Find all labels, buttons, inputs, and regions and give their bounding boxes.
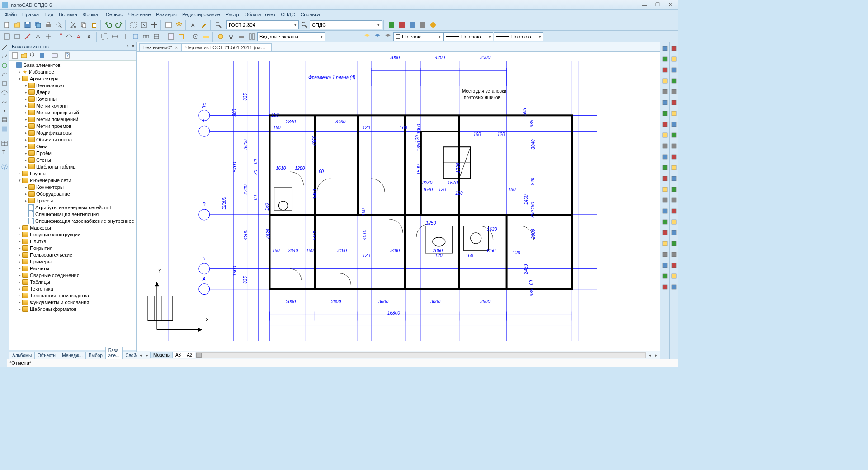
table-tool-icon[interactable] [0,139,9,147]
rtool-rv1-2-icon[interactable] [660,65,670,75]
vp-c-icon[interactable] [236,32,246,42]
tool-h-icon[interactable]: A [75,32,85,42]
magnifier-icon[interactable] [213,20,223,30]
rtool-rv2-4-icon[interactable] [669,87,679,97]
spds-btn5-icon[interactable] [428,20,438,30]
line-tool-icon[interactable] [0,43,9,52]
doc-tab-1[interactable]: Чертеж из ГОСТ 21.501-2011 (nanoCAD).dwg… [181,43,272,51]
hscroll-left-icon[interactable]: ◂ [646,353,653,357]
rtool-rv2-22-icon[interactable] [669,282,679,292]
tree-node[interactable]: ▸Объекты плана [9,136,136,143]
layer-a-icon[interactable] [362,32,372,42]
rtool-rv2-7-icon[interactable] [669,119,679,129]
panel-tab-3[interactable]: Выбор [85,352,106,359]
circle-tool-icon[interactable] [0,61,9,70]
point-tool-icon[interactable] [0,107,9,115]
rtool-rv1-12-icon[interactable] [660,174,670,183]
rtool-rv1-15-icon[interactable] [660,206,670,216]
vp-b-icon[interactable] [226,32,236,42]
undo-icon[interactable] [104,20,113,30]
rtool-rv1-3-icon[interactable] [660,76,670,86]
minimize-button[interactable]: — [638,1,651,9]
doc-tab-0[interactable]: Без имени0*× [139,43,182,51]
spds-btn4-icon[interactable] [418,20,428,30]
rtool-rv2-19-icon[interactable] [669,249,679,259]
rtool-rv2-9-icon[interactable] [669,141,679,151]
panel-tb-6-icon[interactable]: ? [63,52,71,60]
properties-icon[interactable] [164,20,174,30]
linetype-combo[interactable]: По слою [443,32,493,41]
tree-node[interactable]: ▸Расчеты [9,265,136,272]
rtool-rv1-16-icon[interactable] [660,217,670,227]
panel-tb-1-icon[interactable] [11,52,19,60]
model-tab-prev-icon[interactable]: ▸ [144,353,150,357]
tool-g-icon[interactable] [64,32,74,42]
tool-a-icon[interactable] [2,32,12,42]
close-tab-icon[interactable]: × [175,45,178,50]
tool-e-icon[interactable] [43,32,53,42]
zoom-window-icon[interactable] [128,20,138,30]
panel-close-icon[interactable]: × [126,43,129,48]
tool-d-icon[interactable] [33,32,43,42]
save-icon[interactable] [23,20,33,30]
vp-a-icon[interactable] [216,32,226,42]
tree-node[interactable]: ▸Трассы [9,197,136,204]
preview-icon[interactable] [54,20,64,30]
zoom-extents-icon[interactable] [139,20,149,30]
tree-node[interactable]: ▸Шаблоны таблиц [9,163,136,170]
spds-btn2-icon[interactable] [397,20,407,30]
tree-node[interactable]: ▸Метки колонн [9,102,136,109]
rtool-rv1-20-icon[interactable] [660,260,670,270]
hatch-tool-icon[interactable] [0,116,9,124]
copy-icon[interactable] [79,20,89,30]
rtool-rv2-21-icon[interactable] [669,271,679,281]
rtool-rv2-3-icon[interactable] [669,76,679,86]
layer-b-icon[interactable] [373,32,382,42]
brush-icon[interactable] [199,20,209,30]
panel-tb-2-icon[interactable] [20,52,28,60]
tree-node[interactable]: ▸Стены [9,156,136,163]
dim-b-icon[interactable] [110,32,120,42]
tool-i-icon[interactable]: A [85,32,95,42]
rtool-rv1-17-icon[interactable] [660,228,670,238]
tool-b-icon[interactable] [12,32,22,42]
paste-icon[interactable] [89,20,99,30]
cut-icon[interactable] [68,20,78,30]
tree-node[interactable]: ▸Метки перекрытий [9,109,136,116]
style-icon[interactable]: A [189,20,198,30]
tree-node[interactable]: ▸Вентиляция [9,82,136,89]
tree-node[interactable]: ▸Таблицы [9,278,136,285]
tree-node[interactable]: ▸Маркеры [9,224,136,231]
panel-tab-0[interactable]: Альбомы [9,352,35,359]
close-button[interactable]: ✕ [664,1,676,9]
tree-node[interactable]: ▸Коннекторы [9,183,136,190]
tree-node[interactable]: ▸Метки проемов [9,122,136,129]
rtool-rv1-1-icon[interactable] [660,54,670,64]
menu-растр[interactable]: Растр [223,11,242,18]
tree-node[interactable]: ▸Оборудование [9,190,136,197]
tree-node[interactable]: ▸Группы [9,170,136,177]
rtool-rv2-6-icon[interactable] [669,108,679,118]
lineweight-combo[interactable]: По слою [494,32,543,41]
spline-tool-icon[interactable] [0,98,9,106]
tree-node[interactable]: ▸Колонны [9,95,136,102]
standard-combo[interactable]: СПДС [310,20,382,29]
model-tab-first-icon[interactable]: ◂ [137,353,144,357]
command-history[interactable]: *Отмена* Команда: DEdit [7,359,678,367]
help-tool-icon[interactable]: ? [0,163,9,171]
canvas[interactable]: Д Г В Б А Фрагмент 1 плана (4) Место для… [137,52,660,351]
ellipse-tool-icon[interactable] [0,89,9,97]
rtool-rv1-14-icon[interactable] [660,195,670,205]
edit-a-icon[interactable] [166,32,176,42]
saveall-icon[interactable] [33,20,43,30]
rtool-rv2-5-icon[interactable] [669,98,679,108]
new-icon[interactable] [2,20,12,30]
edit-b-icon[interactable] [176,32,186,42]
hscroll-right-icon[interactable]: ▸ [653,353,659,357]
rtool-rv2-12-icon[interactable] [669,174,679,183]
tree-node[interactable]: ▸Технология производства [9,292,136,299]
panel-tb-5-icon[interactable] [51,52,59,60]
polyline-tool-icon[interactable] [0,52,9,61]
rtool-rv2-17-icon[interactable] [669,228,679,238]
rtool-rv2-11-icon[interactable] [669,163,679,173]
